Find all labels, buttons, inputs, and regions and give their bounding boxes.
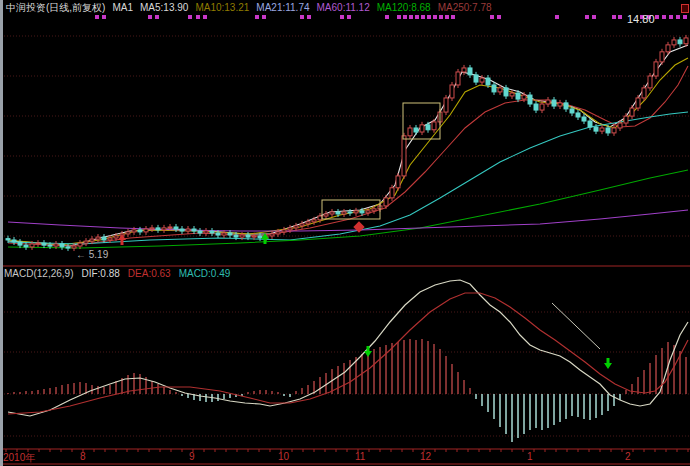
signal-mark [155, 15, 159, 19]
signal-mark [445, 15, 449, 19]
macd-dea-line [8, 293, 688, 414]
ma5-value: MA5:13.90 [140, 2, 188, 13]
signal-mark [490, 15, 494, 19]
signal-mark [451, 15, 455, 19]
ma5-line [8, 45, 688, 246]
signal-mark [300, 15, 304, 19]
signal-mark [102, 15, 106, 19]
signal-mark [439, 15, 443, 19]
highlight-boxes [322, 103, 440, 219]
month-label: 12 [420, 451, 431, 462]
signal-mark [340, 15, 344, 19]
signal-mark [415, 15, 419, 19]
ma21-value: MA21:11.74 [256, 2, 309, 13]
signal-mark [612, 15, 616, 19]
signal-mark [618, 15, 622, 19]
signal-marker-row [0, 15, 690, 21]
trade-markers [118, 221, 612, 369]
macd-name: MACD(12,26,9) [4, 268, 73, 279]
high-price-label: 14.80 [627, 13, 655, 25]
signal-mark [585, 15, 589, 19]
signal-mark [433, 15, 437, 19]
ma1-label: MA1 [112, 2, 133, 13]
month-label: 9 [189, 451, 195, 462]
signal-mark [409, 15, 413, 19]
signal-mark [188, 15, 192, 19]
signal-mark [196, 15, 200, 19]
month-label: 1 [527, 451, 533, 462]
stock-chart-window: 中润投资(日线,前复权)MA1MA5:13.90MA10:13.21MA21:1… [0, 0, 690, 466]
signal-mark [683, 15, 687, 19]
corner-button[interactable] [681, 4, 689, 13]
signal-mark [347, 15, 351, 19]
signal-mark [385, 15, 389, 19]
signal-mark [555, 15, 559, 19]
ma250-value: MA250:7.78 [438, 2, 492, 13]
ma10-line [8, 58, 688, 245]
time-axis-labels[interactable]: 2010年8910111212 [0, 451, 690, 464]
signal-mark [421, 15, 425, 19]
signal-mark [403, 15, 407, 19]
signal-mark [307, 15, 311, 19]
main-grid [4, 36, 690, 236]
signal-mark [203, 15, 207, 19]
dea-value: DEA:0.63 [128, 268, 171, 279]
signal-mark [497, 15, 501, 19]
month-label: 11 [355, 451, 365, 462]
month-label: 8 [80, 451, 86, 462]
ma-lines [8, 45, 688, 248]
stock-title: 中润投资(日线,前复权) [6, 2, 105, 13]
signal-mark [397, 15, 401, 19]
indicator-header: 中润投资(日线,前复权)MA1MA5:13.90MA10:13.21MA21:1… [6, 1, 499, 15]
signal-mark [662, 15, 666, 19]
signal-mark [255, 15, 259, 19]
signal-mark [676, 15, 680, 19]
signal-mark [95, 15, 99, 19]
macd-grid [4, 312, 690, 436]
signal-mark [427, 15, 431, 19]
macd-header: MACD(12,26,9)DIF:0.88DEA:0.63MACD:0.49 [4, 268, 238, 279]
month-label: 10 [278, 451, 289, 462]
window-left-border [0, 0, 3, 466]
ma120-value: MA120:8.68 [377, 2, 431, 13]
ma60-value: MA60:11.12 [317, 2, 370, 13]
signal-mark [262, 15, 266, 19]
ma10-value: MA10:13.21 [195, 2, 249, 13]
macd-value: MACD:0.49 [179, 268, 231, 279]
low-price-label: ← 5.19 [76, 249, 108, 260]
signal-mark [669, 15, 673, 19]
month-label: 2 [625, 451, 631, 462]
ma60-line [8, 112, 688, 244]
chart-canvas[interactable] [0, 0, 690, 466]
month-label: 2010年 [3, 451, 35, 465]
signal-mark [148, 15, 152, 19]
macd-histogram [8, 339, 686, 442]
signal-mark [592, 15, 596, 19]
signal-mark [655, 15, 659, 19]
dif-value: DIF:0.88 [81, 268, 119, 279]
